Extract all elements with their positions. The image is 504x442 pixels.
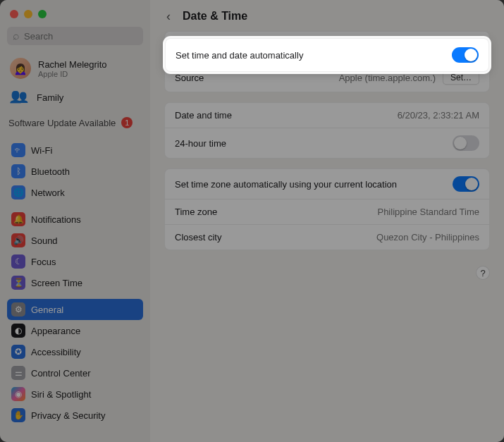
sidebar-item-accessibility[interactable]: ✪Accessibility: [7, 341, 143, 362]
sidebar-item-label: Focus: [31, 257, 56, 267]
sidebar-item-label: Appearance: [31, 326, 80, 336]
timezone-label: Time zone: [175, 207, 217, 217]
network-icon: 🌐: [11, 185, 25, 199]
sidebar-item-notifications[interactable]: 🔔Notifications: [7, 209, 143, 230]
timezone-row: Time zone Philippine Standard Time: [165, 199, 489, 224]
auto-time-label: Set time and date automatically: [176, 50, 303, 61]
sidebar: ⌕ 🙍‍♀️ Rachel Melegrito Apple ID Family …: [0, 0, 150, 442]
closest-city-row[interactable]: Closest city Quezon City - Philippines: [165, 224, 489, 250]
sidebar-item-controlcenter[interactable]: ⚌Control Center: [7, 362, 143, 383]
sidebar-item-focus[interactable]: ☾Focus: [7, 251, 143, 272]
family-label: Family: [37, 92, 63, 103]
moon-icon: ☾: [11, 254, 25, 269]
siri-icon: ◉: [11, 387, 25, 401]
datetime-value: 6/20/23, 2:33:21 AM: [398, 110, 479, 121]
twentyfour-row: 24-hour time: [165, 128, 489, 158]
wifi-icon: ᯤ: [11, 143, 25, 157]
sidebar-item-label: Screen Time: [31, 278, 82, 288]
timezone-value: Philippine Standard Time: [377, 207, 479, 217]
sidebar-item-label: Privacy & Security: [31, 410, 105, 421]
search-input[interactable]: [24, 31, 137, 42]
sidebar-item-label: Siri & Spotlight: [31, 389, 91, 400]
auto-time-row: Set time and date automatically: [166, 39, 488, 71]
closest-city-label: Closest city: [175, 232, 221, 243]
auto-timezone-toggle[interactable]: [453, 176, 479, 192]
search-icon: ⌕: [13, 30, 20, 42]
sidebar-item-label: Control Center: [31, 368, 91, 379]
appearance-icon: ◐: [11, 324, 25, 338]
source-label: Source: [175, 73, 204, 83]
sidebar-item-label: Notifications: [31, 214, 81, 225]
sidebar-item-appearance[interactable]: ◐Appearance: [7, 320, 143, 341]
window-controls: [10, 10, 140, 18]
sidebar-item-privacy[interactable]: ✋Privacy & Security: [7, 405, 143, 426]
source-value: Apple (time.apple.com.): [339, 73, 436, 83]
hand-icon: ✋: [11, 408, 25, 422]
apple-id-row[interactable]: 🙍‍♀️ Rachel Melegrito Apple ID: [7, 55, 143, 86]
auto-timezone-label: Set time zone automatically using your c…: [175, 179, 397, 190]
sidebar-item-label: Wi-Fi: [31, 145, 52, 156]
datetime-row[interactable]: Date and time 6/20/23, 2:33:21 AM: [165, 103, 489, 128]
sidebar-item-bluetooth[interactable]: ᛒBluetooth: [7, 161, 143, 182]
twentyfour-label: 24-hour time: [175, 138, 226, 149]
sidebar-item-label: Sound: [31, 235, 58, 246]
sidebar-item-label: General: [31, 305, 63, 315]
sound-icon: 🔊: [11, 233, 25, 247]
search-field[interactable]: ⌕: [7, 27, 143, 45]
family-row[interactable]: Family: [7, 86, 143, 113]
datetime-label: Date and time: [175, 110, 232, 121]
close-icon[interactable]: [10, 10, 18, 18]
header: ‹ Date & Time: [150, 0, 504, 31]
hourglass-icon: ⏳: [11, 276, 25, 290]
user-name: Rachel Melegrito: [38, 59, 107, 70]
gear-icon: ⚙: [11, 302, 25, 317]
switches-icon: ⚌: [11, 366, 25, 380]
user-sublabel: Apple ID: [38, 70, 107, 78]
chevron-left-icon: ‹: [166, 9, 171, 24]
sidebar-item-label: Accessibility: [31, 347, 81, 357]
auto-time-highlight: Set time and date automatically: [165, 38, 489, 72]
sidebar-item-label: Network: [31, 188, 65, 198]
back-button[interactable]: ‹: [163, 11, 174, 22]
family-icon: [10, 90, 30, 104]
page-title: Date & Time: [183, 10, 247, 23]
closest-city-value: Quezon City - Philippines: [376, 232, 479, 243]
sidebar-item-sound[interactable]: 🔊Sound: [7, 230, 143, 251]
set-source-button[interactable]: Set…: [443, 70, 479, 85]
sidebar-item-network[interactable]: 🌐Network: [7, 182, 143, 203]
auto-time-toggle[interactable]: [452, 47, 479, 63]
sidebar-item-siri[interactable]: ◉Siri & Spotlight: [7, 383, 143, 405]
help-button[interactable]: ?: [476, 266, 490, 280]
timezone-panel: Set time zone automatically using your c…: [164, 168, 490, 250]
sidebar-item-label: Bluetooth: [31, 166, 70, 177]
minimize-icon[interactable]: [24, 10, 32, 18]
sidebar-item-wifi[interactable]: ᯤWi-Fi: [7, 140, 143, 161]
maximize-icon[interactable]: [38, 10, 47, 18]
bluetooth-icon: ᛒ: [11, 164, 25, 178]
datetime-panel: Date and time 6/20/23, 2:33:21 AM 24-hou…: [164, 102, 490, 159]
update-badge: 1: [121, 117, 133, 128]
auto-timezone-row: Set time zone automatically using your c…: [165, 169, 489, 199]
sidebar-item-screentime[interactable]: ⏳Screen Time: [7, 272, 143, 293]
software-update-label: Software Update Available: [8, 118, 116, 128]
twentyfour-toggle[interactable]: [453, 135, 479, 151]
bell-icon: 🔔: [11, 212, 25, 226]
sidebar-item-general[interactable]: ⚙General: [7, 299, 143, 320]
avatar: 🙍‍♀️: [10, 58, 31, 79]
accessibility-icon: ✪: [11, 345, 25, 359]
software-update-row[interactable]: Software Update Available 1: [7, 113, 143, 134]
